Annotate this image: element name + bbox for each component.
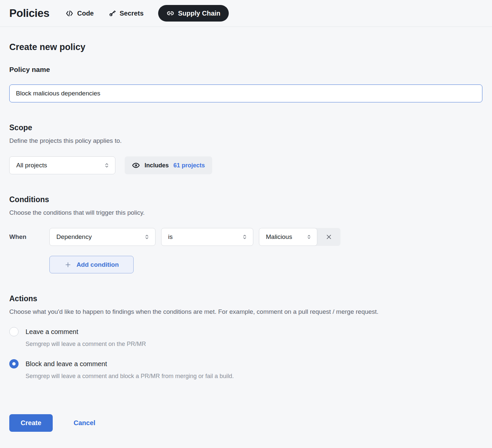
tab-label: Supply Chain <box>178 10 220 17</box>
policy-type-tabs: Code Secrets Supply Chain <box>65 5 229 22</box>
condition-value-group: Malicious <box>259 228 340 246</box>
condition-operator-select[interactable]: is <box>161 228 253 246</box>
tab-secrets[interactable]: Secrets <box>108 10 144 17</box>
option-label: Leave a comment <box>26 327 146 336</box>
form-title: Create new policy <box>9 42 483 52</box>
condition-row: When Dependency is Malicious <box>9 228 483 246</box>
chevron-up-down-icon <box>306 234 312 240</box>
add-condition-label: Add condition <box>77 261 119 268</box>
condition-value: Malicious <box>266 233 292 241</box>
conditions-section-title: Conditions <box>9 195 483 204</box>
form-footer: Create Cancel <box>9 414 483 432</box>
add-condition-button[interactable]: Add condition <box>49 256 134 273</box>
actions-section-title: Actions <box>9 294 483 303</box>
radio-leave-comment[interactable] <box>9 327 19 336</box>
option-description: Semgrep will leave a comment and block a… <box>26 373 234 380</box>
includes-count-link[interactable]: 61 projects <box>173 162 205 169</box>
policy-name-label: Policy name <box>9 66 483 74</box>
scope-select[interactable]: All projects <box>9 156 115 174</box>
condition-value-select[interactable]: Malicious <box>259 228 317 246</box>
close-icon <box>325 233 333 241</box>
tab-supply-chain[interactable]: Supply Chain <box>158 5 229 22</box>
eye-icon <box>132 161 140 169</box>
conditions-section-description: Choose the conditions that will trigger … <box>9 209 483 216</box>
scope-select-value: All projects <box>16 162 47 169</box>
action-option-block: Block and leave a comment Semgrep will l… <box>9 359 483 380</box>
tab-label: Code <box>77 10 94 17</box>
cancel-link[interactable]: Cancel <box>74 419 95 427</box>
option-description: Semgrep will leave a comment on the PR/M… <box>26 341 146 348</box>
link-icon <box>166 9 174 17</box>
chevron-up-down-icon <box>103 162 110 169</box>
when-label: When <box>9 233 49 241</box>
actions-section-description: Choose what you'd like to happen to find… <box>9 308 483 315</box>
condition-field-select[interactable]: Dependency <box>49 228 155 246</box>
scope-row: All projects Includes 61 projects <box>9 156 483 174</box>
code-icon <box>65 9 74 18</box>
header: Policies Code Secrets <box>0 0 492 27</box>
chevron-up-down-icon <box>241 234 248 240</box>
chevron-up-down-icon <box>144 234 150 240</box>
key-icon <box>108 10 116 17</box>
radio-block-and-comment[interactable] <box>9 359 19 368</box>
create-button[interactable]: Create <box>9 414 53 432</box>
option-label: Block and leave a comment <box>26 359 234 368</box>
remove-condition-button[interactable] <box>317 228 340 246</box>
page-title: Policies <box>9 7 49 20</box>
scope-section-title: Scope <box>9 123 483 132</box>
plus-icon <box>64 261 72 268</box>
policy-name-input[interactable] <box>9 84 482 102</box>
action-option-comment: Leave a comment Semgrep will leave a com… <box>9 327 483 348</box>
scope-section-description: Define the projects this policy applies … <box>9 137 483 144</box>
tab-label: Secrets <box>120 10 144 17</box>
tab-code[interactable]: Code <box>65 9 94 18</box>
includes-label: Includes <box>145 162 169 169</box>
condition-operator-value: is <box>168 233 173 241</box>
create-policy-form: Create new policy Policy name Scope Defi… <box>0 42 492 432</box>
condition-field-value: Dependency <box>56 233 92 241</box>
includes-projects-badge: Includes 61 projects <box>125 156 212 174</box>
